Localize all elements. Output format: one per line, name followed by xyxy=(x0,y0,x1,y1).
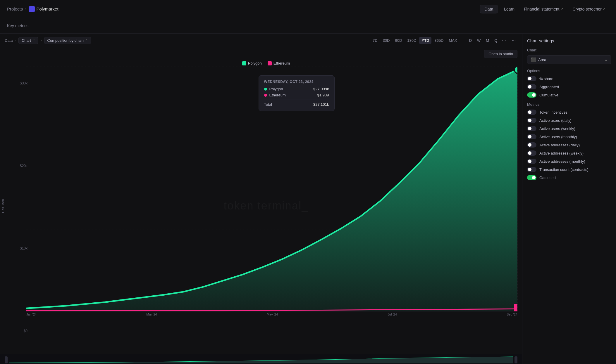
time-btn-ytd[interactable]: YTD xyxy=(419,37,431,44)
learn-button[interactable]: Learn xyxy=(500,5,518,13)
data-button[interactable]: Data xyxy=(480,5,498,13)
time-buttons: 7D 30D 90D 180D YTD 365D MAX xyxy=(370,37,460,44)
financial-statement-button[interactable]: Financial statement ↗ xyxy=(520,5,567,13)
y-label-20k: $20k xyxy=(20,164,27,168)
toggle-aggregated-btn[interactable] xyxy=(527,84,536,89)
chart-type-dropdown[interactable]: ⬛ Area ▲ xyxy=(527,55,611,64)
time-btn-365d[interactable]: 365D xyxy=(432,37,446,44)
x-label-may: May '24 xyxy=(267,313,278,316)
toggle-gas-used-btn[interactable] xyxy=(527,175,536,180)
key-metrics-label: Key metrics xyxy=(7,23,28,28)
toggle-active-addresses-daily-btn[interactable] xyxy=(527,142,536,148)
toggle-active-addresses-monthly-btn[interactable] xyxy=(527,159,536,164)
metric-active-users-monthly: Active users (monthly) xyxy=(527,134,611,139)
legend-dot-ethereum xyxy=(268,61,272,65)
toggle-percent-share: % share xyxy=(527,76,611,81)
toggle-transaction-count-btn[interactable] xyxy=(527,167,536,172)
frequency-buttons: D W M Q ··· xyxy=(467,37,508,44)
chart-legend: Polygon Ethereum xyxy=(15,58,517,67)
toggle-token-incentives-label: Token incentives xyxy=(539,110,567,115)
chart-area: Data › Chart ⌃ › Composition by chain ⌃ … xyxy=(0,34,522,364)
open-in-studio-button[interactable]: Open in studio xyxy=(484,50,517,58)
time-btn-30d[interactable]: 30D xyxy=(381,37,392,44)
polygon-crosshair xyxy=(515,67,517,73)
metric-token-incentives: Token incentives xyxy=(527,110,611,115)
toggle-active-users-monthly-label: Active users (monthly) xyxy=(539,135,577,139)
freq-btn-m[interactable]: M xyxy=(483,37,491,44)
freq-btn-d[interactable]: D xyxy=(467,37,474,44)
metric-active-users-daily: Active users (daily) xyxy=(527,118,611,123)
toggle-active-users-weekly-label: Active users (weekly) xyxy=(539,126,575,131)
toggle-cumulative-btn[interactable] xyxy=(527,92,536,98)
time-btn-90d[interactable]: 90D xyxy=(393,37,404,44)
metrics-section-label: Metrics xyxy=(527,102,611,107)
chart-svg-wrapper: $30k $20k $10k $0 xyxy=(15,67,517,345)
toolbar-data-label[interactable]: Data xyxy=(5,38,13,43)
toolbar-chevron-1: › xyxy=(15,39,16,42)
panel-title: Chart settings xyxy=(527,38,611,43)
legend-dot-polygon xyxy=(242,61,246,65)
metric-active-addresses-weekly: Active addresses (weekly) xyxy=(527,150,611,156)
mini-chart-area xyxy=(0,354,522,364)
project-name[interactable]: Polymarket xyxy=(29,6,58,12)
tooltip-dot-polygon xyxy=(264,88,267,91)
legend-ethereum: Ethereum xyxy=(268,61,290,65)
metric-active-addresses-monthly: Active addresses (monthly) xyxy=(527,159,611,164)
mini-chart-handle-left[interactable] xyxy=(5,356,8,363)
tooltip-total: Total $27.101k xyxy=(264,102,329,107)
tooltip-dot-ethereum xyxy=(264,94,267,97)
chart-container: Polygon Ethereum Gas used $30k $20k $10k xyxy=(0,58,522,354)
chart-label-toolbar: Chart xyxy=(22,38,31,43)
breadcrumb: Projects › Polymarket xyxy=(7,6,476,12)
toggle-active-users-monthly-btn[interactable] xyxy=(527,134,536,139)
x-label-jul: Jul '24 xyxy=(388,313,397,316)
tooltip-label-polygon: Polygon xyxy=(269,87,311,91)
composition-label: Composition by chain xyxy=(47,38,84,43)
tooltip-label-ethereum: Ethereum xyxy=(269,93,315,97)
toggle-active-addresses-daily-label: Active addresses (daily) xyxy=(539,143,580,147)
crypto-screener-button[interactable]: Crypto screener ↗ xyxy=(569,5,609,13)
key-metrics-bar: Key metrics xyxy=(0,18,616,34)
toggle-active-users-daily-btn[interactable] xyxy=(527,118,536,123)
external-link-icon: ↗ xyxy=(560,7,563,11)
toggle-active-users-weekly-btn[interactable] xyxy=(527,126,536,131)
more-options-button[interactable]: ··· xyxy=(500,37,507,44)
time-btn-max[interactable]: MAX xyxy=(447,37,460,44)
time-btn-7d[interactable]: 7D xyxy=(370,37,380,44)
toggle-token-incentives-btn[interactable] xyxy=(527,110,536,115)
legend-label-polygon: Polygon xyxy=(248,61,262,65)
toggle-active-addresses-weekly-label: Active addresses (weekly) xyxy=(539,151,584,155)
toggle-cumulative-label: Cumulative xyxy=(539,93,558,97)
toggle-gas-used-label: Gas used xyxy=(539,176,556,180)
projects-link[interactable]: Projects xyxy=(7,6,23,11)
right-panel: Chart settings Chart ⬛ Area ▲ Options % … xyxy=(522,34,616,364)
freq-btn-w[interactable]: W xyxy=(475,37,483,44)
tooltip-divider xyxy=(264,100,329,100)
ethereum-marker xyxy=(514,304,517,311)
toolbar-dots-button[interactable]: ··· xyxy=(510,37,517,44)
topnav-right: Data Learn Financial statement ↗ Crypto … xyxy=(480,5,609,13)
tooltip-total-value: $27.101k xyxy=(313,102,329,107)
chart-type-selector-toolbar[interactable]: Chart ⌃ xyxy=(18,37,38,44)
toggle-percent-share-label: % share xyxy=(539,77,553,81)
composition-selector[interactable]: Composition by chain ⌃ xyxy=(44,37,91,44)
chart-type-label: Area xyxy=(538,58,602,62)
freq-btn-q[interactable]: Q xyxy=(492,37,500,44)
toggle-active-addresses-weekly-btn[interactable] xyxy=(527,150,536,156)
toggle-cumulative: Cumulative xyxy=(527,92,611,98)
area-chart-icon: ⬛ xyxy=(531,57,536,62)
toggle-percent-share-btn[interactable] xyxy=(527,76,536,81)
chart-tooltip: WEDNESDAY, OCT 23, 2024 Polygon $27.099k… xyxy=(259,75,335,111)
x-label-sep: Sep '24 xyxy=(507,313,517,316)
y-axis-labels: $30k $20k $10k $0 xyxy=(16,81,27,333)
tooltip-value-ethereum: $1.939 xyxy=(317,93,329,97)
time-btn-180d[interactable]: 180D xyxy=(405,37,419,44)
metric-transaction-count: Transaction count (contracts) xyxy=(527,167,611,172)
toolbar-divider xyxy=(463,37,463,43)
toolbar-chevron-2: › xyxy=(41,39,42,42)
chart-section-label: Chart xyxy=(527,48,611,52)
breadcrumb-chevron-1: › xyxy=(25,7,26,11)
mini-chart-handle-right[interactable] xyxy=(515,356,517,363)
studio-btn-row: Open in studio xyxy=(0,47,522,58)
toggle-aggregated: Aggregated xyxy=(527,84,611,89)
